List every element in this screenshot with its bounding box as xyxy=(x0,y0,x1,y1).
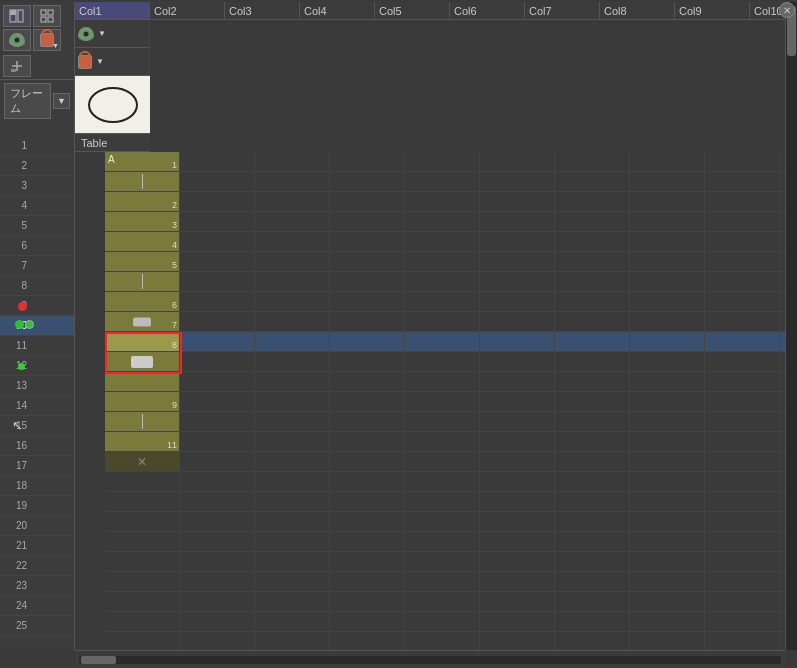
cell-r17-c8[interactable] xyxy=(630,472,705,491)
cell-r23-c1[interactable] xyxy=(105,592,180,611)
cell-r14-c7[interactable] xyxy=(555,412,630,431)
cell-r10-c5[interactable] xyxy=(405,332,480,351)
cell-r4-c5[interactable] xyxy=(405,212,480,231)
data-row-10-selected[interactable]: 8 xyxy=(105,332,785,352)
cell-r9-c6[interactable] xyxy=(480,312,555,331)
cell-r25-c1[interactable] xyxy=(105,632,180,650)
cell-r16-c1[interactable]: ✕ xyxy=(105,452,180,471)
cell-r3-c5[interactable] xyxy=(405,192,480,211)
cell-r6-c7[interactable] xyxy=(555,252,630,271)
cell-r25-c8[interactable] xyxy=(630,632,705,650)
cell-r8-c9[interactable] xyxy=(705,292,780,311)
cell-r3-c3[interactable] xyxy=(255,192,330,211)
cell-r13-c1[interactable]: 9 xyxy=(105,392,180,411)
cell-r5-c1[interactable]: 4 xyxy=(105,232,180,251)
cell-r15-c6[interactable] xyxy=(480,432,555,451)
cell-r23-c4[interactable] xyxy=(330,592,405,611)
cell-r20-c4[interactable] xyxy=(330,532,405,551)
cell-r3-c8[interactable] xyxy=(630,192,705,211)
cell-r5-c5[interactable] xyxy=(405,232,480,251)
cell-r4-c9[interactable] xyxy=(705,212,780,231)
cell-r22-c8[interactable] xyxy=(630,572,705,591)
cell-r18-c9[interactable] xyxy=(705,492,780,511)
cell-r18-c7[interactable] xyxy=(555,492,630,511)
vertical-scrollbar[interactable] xyxy=(785,2,797,650)
cell-r7-c2[interactable] xyxy=(180,272,255,291)
cell-r2-c7[interactable] xyxy=(555,172,630,191)
cell-r15-c3[interactable] xyxy=(255,432,330,451)
cell-r11-c4[interactable] xyxy=(330,352,405,371)
cell-r6-c1[interactable]: 5 xyxy=(105,252,180,271)
cell-r25-c6[interactable] xyxy=(480,632,555,650)
cell-r8-c6[interactable] xyxy=(480,292,555,311)
cell-r15-c4[interactable] xyxy=(330,432,405,451)
layer-lock-icon[interactable] xyxy=(78,55,92,69)
cell-r15-c1[interactable]: 11 xyxy=(105,432,180,451)
cell-r22-c3[interactable] xyxy=(255,572,330,591)
cell-r25-c5[interactable] xyxy=(405,632,480,650)
cell-r19-c8[interactable] xyxy=(630,512,705,531)
cell-r8-c1[interactable]: 6 xyxy=(105,292,180,311)
cell-r12-c9[interactable] xyxy=(705,372,780,391)
cell-r7-c4[interactable] xyxy=(330,272,405,291)
cell-r20-c5[interactable] xyxy=(405,532,480,551)
cell-r15-c8[interactable] xyxy=(630,432,705,451)
cell-r20-c6[interactable] xyxy=(480,532,555,551)
cell-r7-c8[interactable] xyxy=(630,272,705,291)
cell-r11-c6[interactable] xyxy=(480,352,555,371)
col-header-4[interactable]: Col4 xyxy=(300,2,375,20)
cell-r8-c4[interactable] xyxy=(330,292,405,311)
cell-r23-c2[interactable] xyxy=(180,592,255,611)
cell-r5-c2[interactable] xyxy=(180,232,255,251)
cell-r18-c2[interactable] xyxy=(180,492,255,511)
cell-r10-c8[interactable] xyxy=(630,332,705,351)
cell-r8-c2[interactable] xyxy=(180,292,255,311)
cell-r11-c1[interactable] xyxy=(105,352,180,371)
horizontal-scrollbar[interactable] xyxy=(75,650,785,668)
cell-r23-c6[interactable] xyxy=(480,592,555,611)
cell-r4-c2[interactable] xyxy=(180,212,255,231)
cell-r6-c8[interactable] xyxy=(630,252,705,271)
cell-r21-c8[interactable] xyxy=(630,552,705,571)
cell-r14-c6[interactable] xyxy=(480,412,555,431)
cell-r17-c3[interactable] xyxy=(255,472,330,491)
cell-r10-c2[interactable] xyxy=(180,332,255,351)
row-10-selected[interactable]: 10 xyxy=(0,316,74,336)
cell-r10-c9[interactable] xyxy=(705,332,780,351)
cell-r21-c4[interactable] xyxy=(330,552,405,571)
cell-r18-c8[interactable] xyxy=(630,492,705,511)
cell-r17-c5[interactable] xyxy=(405,472,480,491)
cell-r13-c4[interactable] xyxy=(330,392,405,411)
cell-r2-c2[interactable] xyxy=(180,172,255,191)
cell-r7-c5[interactable] xyxy=(405,272,480,291)
cell-r25-c2[interactable] xyxy=(180,632,255,650)
cell-r23-c5[interactable] xyxy=(405,592,480,611)
cell-r13-c9[interactable] xyxy=(705,392,780,411)
cell-r13-c7[interactable] xyxy=(555,392,630,411)
cell-r17-c4[interactable] xyxy=(330,472,405,491)
cell-r16-c9[interactable] xyxy=(705,452,780,471)
cell-r22-c9[interactable] xyxy=(705,572,780,591)
cell-r22-c7[interactable] xyxy=(555,572,630,591)
cell-r10-c1[interactable]: 8 xyxy=(105,332,180,351)
cell-r4-c4[interactable] xyxy=(330,212,405,231)
cell-r3-c1[interactable]: 2 xyxy=(105,192,180,211)
cell-r8-c8[interactable] xyxy=(630,292,705,311)
cell-r3-c7[interactable] xyxy=(555,192,630,211)
cell-r24-c6[interactable] xyxy=(480,612,555,631)
cell-r5-c9[interactable] xyxy=(705,232,780,251)
cell-r18-c1[interactable] xyxy=(105,492,180,511)
cell-r9-c7[interactable] xyxy=(555,312,630,331)
cell-r21-c9[interactable] xyxy=(705,552,780,571)
close-button[interactable]: ✕ xyxy=(779,2,795,18)
cell-r20-c9[interactable] xyxy=(705,532,780,551)
cell-r20-c7[interactable] xyxy=(555,532,630,551)
cell-r1-c4[interactable] xyxy=(330,152,405,171)
cell-r16-c4[interactable] xyxy=(330,452,405,471)
cell-r11-c7[interactable] xyxy=(555,352,630,371)
cell-r10-c3[interactable] xyxy=(255,332,330,351)
grid-icon-button[interactable] xyxy=(33,5,61,27)
cell-r5-c4[interactable] xyxy=(330,232,405,251)
cell-r14-c8[interactable] xyxy=(630,412,705,431)
frame-label[interactable]: フレーム xyxy=(4,83,51,119)
